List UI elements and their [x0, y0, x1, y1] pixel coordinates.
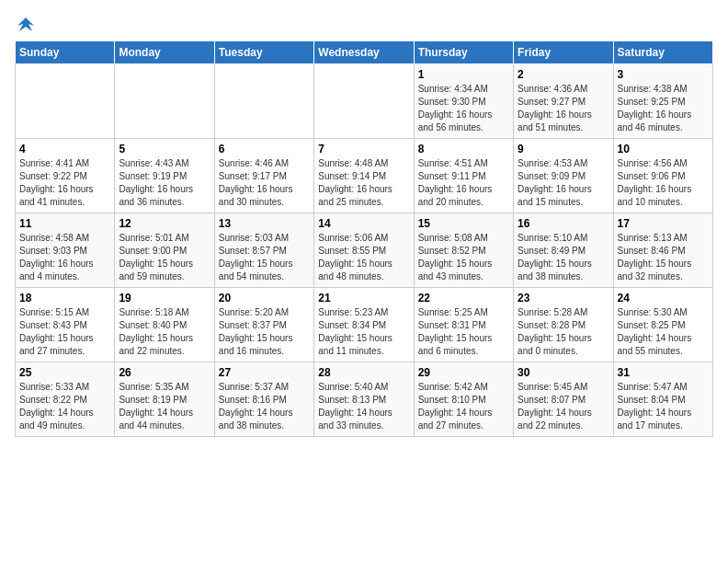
weekday-header-monday: Monday	[115, 41, 214, 64]
day-detail: Sunrise: 5:23 AM Sunset: 8:34 PM Dayligh…	[318, 306, 409, 358]
day-detail: Sunrise: 5:28 AM Sunset: 8:28 PM Dayligh…	[518, 306, 609, 358]
day-number: 22	[418, 292, 509, 304]
day-detail: Sunrise: 5:18 AM Sunset: 8:40 PM Dayligh…	[119, 306, 210, 358]
day-number: 23	[518, 292, 609, 304]
calendar-day-cell: 23Sunrise: 5:28 AM Sunset: 8:28 PM Dayli…	[514, 288, 613, 362]
calendar-day-cell: 13Sunrise: 5:03 AM Sunset: 8:57 PM Dayli…	[214, 213, 313, 288]
calendar-day-cell: 20Sunrise: 5:20 AM Sunset: 8:37 PM Dayli…	[214, 288, 313, 362]
day-detail: Sunrise: 5:13 AM Sunset: 8:46 PM Dayligh…	[618, 232, 709, 283]
header	[15, 15, 713, 31]
day-number: 15	[418, 217, 509, 230]
day-detail: Sunrise: 5:08 AM Sunset: 8:52 PM Dayligh…	[418, 232, 509, 283]
weekday-header-friday: Friday	[514, 41, 613, 64]
day-detail: Sunrise: 4:58 AM Sunset: 9:03 PM Dayligh…	[19, 232, 110, 283]
calendar-day-cell: 21Sunrise: 5:23 AM Sunset: 8:34 PM Dayli…	[314, 288, 414, 362]
day-detail: Sunrise: 5:47 AM Sunset: 8:04 PM Dayligh…	[618, 381, 709, 432]
day-detail: Sunrise: 4:43 AM Sunset: 9:19 PM Dayligh…	[119, 157, 210, 209]
day-detail: Sunrise: 5:25 AM Sunset: 8:31 PM Dayligh…	[418, 306, 509, 358]
calendar-day-cell: 19Sunrise: 5:18 AM Sunset: 8:40 PM Dayli…	[115, 288, 214, 362]
day-number: 4	[19, 143, 110, 155]
calendar-table: SundayMondayTuesdayWednesdayThursdayFrid…	[15, 40, 713, 437]
calendar-week-row: 18Sunrise: 5:15 AM Sunset: 8:43 PM Dayli…	[16, 288, 713, 362]
day-number: 2	[518, 68, 609, 81]
svg-marker-0	[17, 17, 34, 31]
calendar-day-cell	[115, 64, 214, 139]
calendar-day-cell: 6Sunrise: 4:46 AM Sunset: 9:17 PM Daylig…	[214, 139, 313, 213]
day-detail: Sunrise: 5:42 AM Sunset: 8:10 PM Dayligh…	[418, 381, 509, 432]
weekday-header-thursday: Thursday	[414, 41, 513, 64]
day-detail: Sunrise: 5:37 AM Sunset: 8:16 PM Dayligh…	[219, 381, 310, 432]
day-detail: Sunrise: 5:45 AM Sunset: 8:07 PM Dayligh…	[518, 381, 609, 432]
day-detail: Sunrise: 4:41 AM Sunset: 9:22 PM Dayligh…	[19, 157, 110, 209]
calendar-day-cell: 5Sunrise: 4:43 AM Sunset: 9:19 PM Daylig…	[115, 139, 214, 213]
calendar-day-cell: 8Sunrise: 4:51 AM Sunset: 9:11 PM Daylig…	[414, 139, 513, 213]
day-detail: Sunrise: 4:51 AM Sunset: 9:11 PM Dayligh…	[418, 157, 509, 209]
day-detail: Sunrise: 5:15 AM Sunset: 8:43 PM Dayligh…	[19, 306, 110, 358]
calendar-week-row: 4Sunrise: 4:41 AM Sunset: 9:22 PM Daylig…	[16, 139, 713, 213]
day-number: 19	[119, 292, 210, 304]
day-number: 9	[518, 143, 609, 155]
calendar-day-cell: 3Sunrise: 4:38 AM Sunset: 9:25 PM Daylig…	[613, 64, 712, 139]
day-detail: Sunrise: 5:33 AM Sunset: 8:22 PM Dayligh…	[19, 381, 110, 432]
day-number: 29	[418, 366, 509, 379]
calendar-day-cell: 14Sunrise: 5:06 AM Sunset: 8:55 PM Dayli…	[314, 213, 414, 288]
day-detail: Sunrise: 5:40 AM Sunset: 8:13 PM Dayligh…	[318, 381, 409, 432]
day-detail: Sunrise: 4:38 AM Sunset: 9:25 PM Dayligh…	[618, 83, 709, 134]
day-number: 8	[418, 143, 509, 155]
day-number: 16	[518, 217, 609, 230]
calendar-day-cell	[16, 64, 115, 139]
day-detail: Sunrise: 5:03 AM Sunset: 8:57 PM Dayligh…	[219, 232, 310, 283]
day-number: 18	[19, 292, 110, 304]
calendar-day-cell: 26Sunrise: 5:35 AM Sunset: 8:19 PM Dayli…	[115, 362, 214, 437]
weekday-header-tuesday: Tuesday	[214, 41, 313, 64]
day-detail: Sunrise: 4:48 AM Sunset: 9:14 PM Dayligh…	[318, 157, 409, 209]
calendar-day-cell: 30Sunrise: 5:45 AM Sunset: 8:07 PM Dayli…	[514, 362, 613, 437]
day-detail: Sunrise: 4:46 AM Sunset: 9:17 PM Dayligh…	[219, 157, 310, 209]
calendar-day-cell: 2Sunrise: 4:36 AM Sunset: 9:27 PM Daylig…	[514, 64, 613, 139]
day-number: 31	[618, 366, 709, 379]
calendar-day-cell: 31Sunrise: 5:47 AM Sunset: 8:04 PM Dayli…	[613, 362, 712, 437]
calendar-day-cell: 22Sunrise: 5:25 AM Sunset: 8:31 PM Dayli…	[414, 288, 513, 362]
calendar-week-row: 11Sunrise: 4:58 AM Sunset: 9:03 PM Dayli…	[16, 213, 713, 288]
weekday-header-row: SundayMondayTuesdayWednesdayThursdayFrid…	[16, 41, 713, 64]
day-number: 30	[518, 366, 609, 379]
calendar-week-row: 25Sunrise: 5:33 AM Sunset: 8:22 PM Dayli…	[16, 362, 713, 437]
day-number: 11	[19, 217, 110, 230]
day-number: 27	[219, 366, 310, 379]
weekday-header-sunday: Sunday	[16, 41, 115, 64]
day-detail: Sunrise: 5:20 AM Sunset: 8:37 PM Dayligh…	[219, 306, 310, 358]
calendar-day-cell: 24Sunrise: 5:30 AM Sunset: 8:25 PM Dayli…	[613, 288, 712, 362]
calendar-day-cell: 28Sunrise: 5:40 AM Sunset: 8:13 PM Dayli…	[314, 362, 414, 437]
day-detail: Sunrise: 4:53 AM Sunset: 9:09 PM Dayligh…	[518, 157, 609, 209]
day-number: 26	[119, 366, 210, 379]
day-detail: Sunrise: 5:35 AM Sunset: 8:19 PM Dayligh…	[119, 381, 210, 432]
day-number: 12	[119, 217, 210, 230]
day-number: 13	[219, 217, 310, 230]
day-detail: Sunrise: 4:56 AM Sunset: 9:06 PM Dayligh…	[618, 157, 709, 209]
day-number: 1	[418, 68, 509, 81]
weekday-header-wednesday: Wednesday	[314, 41, 414, 64]
calendar-day-cell: 17Sunrise: 5:13 AM Sunset: 8:46 PM Dayli…	[613, 213, 712, 288]
calendar-day-cell: 1Sunrise: 4:34 AM Sunset: 9:30 PM Daylig…	[414, 64, 513, 139]
calendar-week-row: 1Sunrise: 4:34 AM Sunset: 9:30 PM Daylig…	[16, 64, 713, 139]
day-number: 10	[618, 143, 709, 155]
day-detail: Sunrise: 5:10 AM Sunset: 8:49 PM Dayligh…	[518, 232, 609, 283]
calendar-day-cell: 4Sunrise: 4:41 AM Sunset: 9:22 PM Daylig…	[16, 139, 115, 213]
day-detail: Sunrise: 5:30 AM Sunset: 8:25 PM Dayligh…	[618, 306, 709, 358]
calendar-day-cell: 12Sunrise: 5:01 AM Sunset: 9:00 PM Dayli…	[115, 213, 214, 288]
calendar-day-cell: 7Sunrise: 4:48 AM Sunset: 9:14 PM Daylig…	[314, 139, 414, 213]
calendar-day-cell: 11Sunrise: 4:58 AM Sunset: 9:03 PM Dayli…	[16, 213, 115, 288]
weekday-header-saturday: Saturday	[613, 41, 712, 64]
day-number: 25	[19, 366, 110, 379]
day-number: 3	[618, 68, 709, 81]
logo-bird-icon	[16, 15, 36, 35]
calendar-day-cell: 18Sunrise: 5:15 AM Sunset: 8:43 PM Dayli…	[16, 288, 115, 362]
calendar-day-cell: 16Sunrise: 5:10 AM Sunset: 8:49 PM Dayli…	[514, 213, 613, 288]
calendar-day-cell: 29Sunrise: 5:42 AM Sunset: 8:10 PM Dayli…	[414, 362, 513, 437]
day-number: 6	[219, 143, 310, 155]
calendar-day-cell	[314, 64, 414, 139]
day-detail: Sunrise: 4:36 AM Sunset: 9:27 PM Dayligh…	[518, 83, 609, 134]
day-number: 21	[318, 292, 409, 304]
day-number: 7	[318, 143, 409, 155]
day-number: 17	[618, 217, 709, 230]
